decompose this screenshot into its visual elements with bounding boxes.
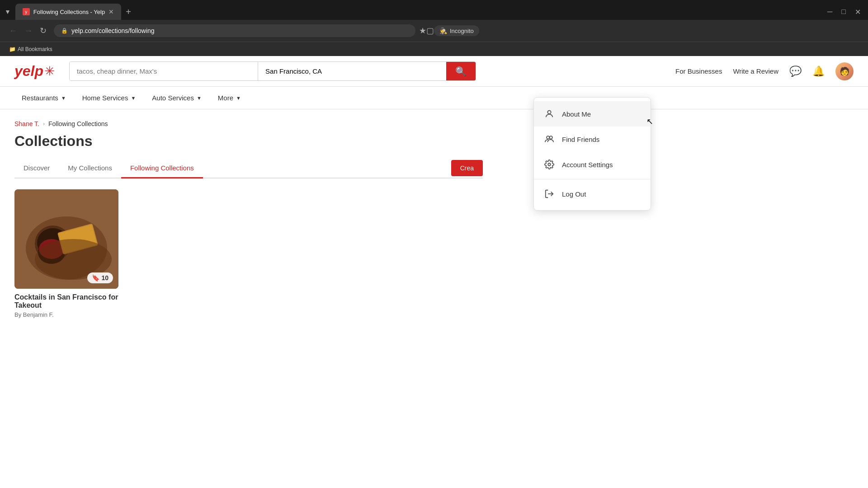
search-container: 🔍 [69,61,476,81]
tab-list-button[interactable]: ▼ [0,8,15,15]
svg-point-10 [547,136,549,139]
nav-bar: Restaurants ▼ Home Services ▼ Auto Servi… [0,87,868,109]
dropdown-account-settings-label: Account Settings [562,161,613,169]
incognito-label: Incognito [450,28,474,34]
back-button[interactable]: ← [5,24,21,38]
tab-title: Following Collections - Yelp [33,9,105,15]
forward-button[interactable]: → [21,24,36,38]
log-out-icon [543,188,556,200]
maximize-button[interactable]: □ [841,8,846,16]
tab-my-collections[interactable]: My Collections [59,159,121,178]
browser-chrome: ▼ y Following Collections - Yelp ✕ + ─ □… [0,0,868,56]
nav-item-auto-services[interactable]: Auto Services ▼ [145,89,208,107]
nav-restaurants-chevron: ▼ [61,95,66,101]
nav-more-label: More [218,94,233,102]
bookmarks-bar: 📁 All Bookmarks [0,42,868,56]
incognito-badge: 🕵️ Incognito [434,25,479,36]
split-screen-icon[interactable]: ▢ [426,26,434,36]
create-button[interactable]: Crea [451,160,483,176]
svg-point-11 [549,136,552,139]
tab-my-collections-label: My Collections [68,164,112,172]
yelp-logo-text: yelp [14,63,43,80]
new-tab-button[interactable]: + [121,7,136,17]
search-button[interactable]: 🔍 [446,62,476,80]
collections-grid: 🔖 10 Cocktails in San Francisco for Take… [14,189,483,318]
close-window-button[interactable]: ✕ [855,8,861,16]
bookmark-star-icon[interactable]: ★ [419,26,426,36]
svg-point-12 [548,163,551,166]
header-links: For Businesses Write a Review 💬 🔔 🧑 [675,62,854,80]
dropdown-log-out-label: Log Out [562,190,586,198]
dropdown-item-about-me[interactable]: About Me [534,101,651,127]
breadcrumb: Shane T. › Following Collections [14,120,483,127]
collection-author: By Benjamin F. [14,311,118,318]
svg-point-9 [547,111,551,114]
tab-following-collections[interactable]: Following Collections [121,159,203,178]
nav-home-services-chevron: ▼ [131,95,136,101]
yelp-logo[interactable]: yelp ✳ [14,63,55,80]
nav-more-chevron: ▼ [236,95,241,101]
breadcrumb-separator: › [43,121,45,127]
collection-title: Cocktails in San Francisco for Takeout [14,293,118,310]
avatar-image: 🧑 [840,66,849,76]
tab-following-collections-label: Following Collections [130,164,194,172]
search-icon: 🔍 [455,66,467,76]
nav-item-restaurants[interactable]: Restaurants ▼ [14,89,73,107]
dropdown-item-log-out[interactable]: Log Out [534,181,651,206]
dropdown-about-me-label: About Me [562,110,591,118]
main-content: Shane T. › Following Collections Collect… [0,109,497,329]
breadcrumb-user-link[interactable]: Shane T. [14,120,39,127]
nav-restaurants-label: Restaurants [22,94,58,102]
yelp-header-top: yelp ✳ 🔍 For Businesses Write a Review 💬 [14,56,854,86]
yelp-header: yelp ✳ 🔍 For Businesses Write a Review 💬 [0,56,868,87]
nav-auto-services-chevron: ▼ [197,95,202,101]
minimize-button[interactable]: ─ [827,8,832,16]
messages-icon: 💬 [789,66,802,77]
dropdown-find-friends-label: Find Friends [562,136,599,143]
messages-button[interactable]: 💬 [789,66,802,77]
nav-item-home-services[interactable]: Home Services ▼ [75,89,143,107]
tab-close-button[interactable]: ✕ [108,8,114,15]
collection-card[interactable]: 🔖 10 Cocktails in San Francisco for Take… [14,189,118,318]
url-input[interactable] [71,27,408,34]
bookmarks-folder-icon: 📁 [9,46,16,52]
page-title: Collections [14,133,483,150]
bell-icon: 🔔 [812,66,825,77]
breadcrumb-current: Following Collections [48,120,108,127]
address-bar[interactable]: 🔒 [54,24,415,37]
browser-controls-bar: ← → ↻ 🔒 ★ ▢ 🕵️ Incognito [0,20,868,42]
search-input[interactable] [70,62,258,80]
for-businesses-link[interactable]: For Businesses [675,67,722,75]
browser-tab-active[interactable]: y Following Collections - Yelp ✕ [15,4,121,20]
nav-auto-services-label: Auto Services [152,94,194,102]
dropdown-item-account-settings[interactable]: Account Settings [534,152,651,177]
collection-image: 🔖 10 [14,189,118,289]
nav-home-services-label: Home Services [82,94,128,102]
browser-tabs-bar: ▼ y Following Collections - Yelp ✕ + ─ □… [0,0,868,20]
nav-item-more[interactable]: More ▼ [211,89,248,107]
incognito-icon: 🕵️ [439,27,447,34]
dropdown-divider [534,179,651,179]
user-avatar[interactable]: 🧑 [835,62,854,80]
notifications-button[interactable]: 🔔 [812,66,825,77]
reload-button[interactable]: ↻ [36,24,50,38]
collection-count-badge: 🔖 10 [87,272,113,283]
user-dropdown-menu: About Me Find Friends Account Settings [533,97,651,211]
collection-count: 10 [101,274,108,282]
tabs-row: Discover My Collections Following Collec… [14,159,483,178]
about-me-icon [543,108,556,120]
location-input[interactable] [258,62,446,80]
account-settings-icon [543,158,556,171]
write-review-link[interactable]: Write a Review [733,67,778,75]
yelp-logo-burst: ✳ [44,64,55,79]
bookmarks-bar-all[interactable]: 📁 All Bookmarks [5,45,56,53]
tab-favicon: y [23,8,30,15]
bookmarks-label: All Bookmarks [18,46,52,52]
find-friends-icon [543,133,556,145]
lock-icon: 🔒 [61,28,68,34]
tab-discover-label: Discover [24,164,50,172]
dropdown-item-find-friends[interactable]: Find Friends [534,127,651,152]
tab-discover[interactable]: Discover [14,159,59,178]
bookmark-icon: 🔖 [92,274,99,282]
